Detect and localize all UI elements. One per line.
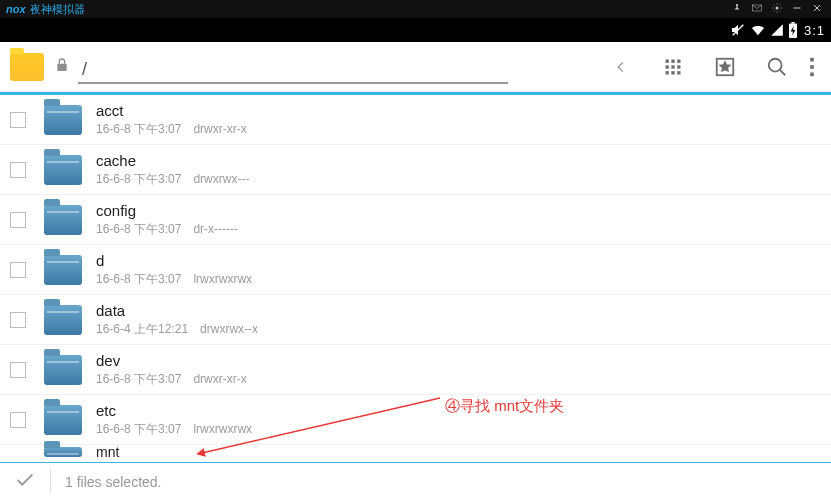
row-checkbox[interactable]: [10, 162, 26, 178]
android-status-bar: 3:1: [0, 18, 831, 42]
mute-icon: [730, 22, 746, 38]
svg-rect-7: [666, 59, 669, 62]
svg-point-1: [776, 7, 779, 10]
row-checkbox[interactable]: [10, 112, 26, 128]
svg-rect-5: [791, 22, 794, 24]
file-meta: 16-6-8 下午3:07lrwxrwxrwx: [96, 421, 264, 438]
svg-line-18: [780, 69, 786, 75]
grid-view-button[interactable]: [653, 47, 693, 87]
svg-rect-13: [666, 71, 669, 74]
file-row[interactable]: dev16-6-8 下午3:07drwxr-xr-x: [0, 345, 831, 395]
file-row[interactable]: etc16-6-8 下午3:07lrwxrwxrwx: [0, 395, 831, 445]
file-name: etc: [96, 402, 264, 419]
settings-icon[interactable]: [771, 2, 785, 16]
svg-rect-10: [666, 65, 669, 68]
svg-rect-8: [671, 59, 674, 62]
svg-rect-19: [810, 57, 814, 61]
back-button[interactable]: [601, 47, 641, 87]
file-name: mnt: [96, 444, 119, 460]
folder-icon: [44, 105, 82, 135]
emulator-title-bar: nox 夜神模拟器: [0, 0, 831, 18]
row-checkbox[interactable]: [10, 412, 26, 428]
selection-count-text: 1 files selected.: [65, 474, 162, 490]
svg-rect-6: [57, 63, 66, 70]
file-name: acct: [96, 102, 259, 119]
battery-charging-icon: [788, 22, 798, 38]
lock-icon[interactable]: [54, 56, 70, 78]
status-time: 3:1: [804, 23, 825, 38]
svg-rect-21: [810, 72, 814, 76]
file-meta: 16-6-4 上午12:21drwxrwx--x: [96, 321, 270, 338]
folder-icon: [44, 155, 82, 185]
row-checkbox[interactable]: [10, 362, 26, 378]
row-checkbox[interactable]: [10, 212, 26, 228]
pin-icon[interactable]: [731, 2, 745, 16]
svg-rect-15: [677, 71, 680, 74]
file-row[interactable]: config16-6-8 下午3:07dr-x------: [0, 195, 831, 245]
close-icon[interactable]: [811, 2, 825, 16]
file-row[interactable]: d16-6-8 下午3:07lrwxrwxrwx: [0, 245, 831, 295]
minimize-icon[interactable]: [791, 2, 805, 16]
file-row[interactable]: data16-6-4 上午12:21drwxrwx--x: [0, 295, 831, 345]
svg-rect-12: [677, 65, 680, 68]
path-text: /: [78, 59, 508, 84]
file-row[interactable]: acct16-6-8 下午3:07drwxr-xr-x: [0, 95, 831, 145]
svg-rect-11: [671, 65, 674, 68]
signal-icon: [770, 23, 784, 37]
row-checkbox[interactable]: [10, 262, 26, 278]
svg-rect-9: [677, 59, 680, 62]
file-name: dev: [96, 352, 259, 369]
search-button[interactable]: [757, 47, 797, 87]
row-checkbox[interactable]: [10, 312, 26, 328]
folder-icon: [44, 355, 82, 385]
svg-rect-20: [810, 65, 814, 69]
selection-footer: 1 files selected.: [0, 462, 831, 500]
file-row[interactable]: cache16-6-8 下午3:07drwxrwx---: [0, 145, 831, 195]
overflow-menu-button[interactable]: [803, 47, 821, 87]
file-meta: 16-6-8 下午3:07drwxr-xr-x: [96, 121, 259, 138]
file-list[interactable]: acct16-6-8 下午3:07drwxr-xr-xcache16-6-8 下…: [0, 95, 831, 465]
file-meta: 16-6-8 下午3:07drwxr-xr-x: [96, 371, 259, 388]
path-input[interactable]: /: [78, 50, 589, 84]
file-meta: 16-6-8 下午3:07drwxrwx---: [96, 171, 261, 188]
folder-icon: [44, 305, 82, 335]
svg-rect-14: [671, 71, 674, 74]
emulator-brand: nox: [6, 3, 26, 15]
bookmark-button[interactable]: [705, 47, 745, 87]
folder-icon: [44, 447, 82, 457]
wifi-icon: [750, 22, 766, 38]
done-icon[interactable]: [14, 469, 36, 495]
svg-point-17: [769, 58, 782, 71]
emulator-title: 夜神模拟器: [30, 2, 85, 17]
file-name: d: [96, 252, 264, 269]
app-icon[interactable]: [10, 53, 44, 81]
app-toolbar: /: [0, 42, 831, 92]
file-meta: 16-6-8 下午3:07lrwxrwxrwx: [96, 271, 264, 288]
file-meta: 16-6-8 下午3:07dr-x------: [96, 221, 250, 238]
file-row[interactable]: mnt: [0, 445, 831, 459]
folder-icon: [44, 405, 82, 435]
file-name: cache: [96, 152, 261, 169]
folder-icon: [44, 255, 82, 285]
file-name: config: [96, 202, 250, 219]
folder-icon: [44, 205, 82, 235]
footer-divider: [50, 470, 51, 494]
mail-icon[interactable]: [751, 2, 765, 16]
file-name: data: [96, 302, 270, 319]
